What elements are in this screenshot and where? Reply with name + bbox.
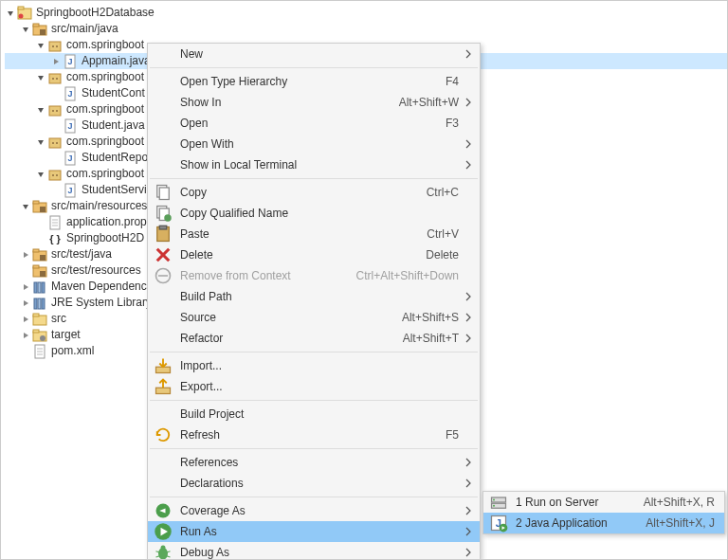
expand-arrow-closed-icon[interactable] bbox=[20, 281, 31, 293]
menu-item-label: Copy bbox=[180, 186, 427, 199]
svg-rect-45 bbox=[38, 282, 41, 293]
blank-icon bbox=[154, 453, 173, 472]
java-icon: J bbox=[63, 151, 78, 166]
delete-icon bbox=[154, 245, 173, 264]
menu-separator bbox=[150, 67, 478, 68]
submenu-arrow-icon bbox=[463, 49, 474, 59]
svg-rect-33 bbox=[40, 207, 46, 212]
menu-item-copy-qualified-name[interactable]: Copy Qualified Name bbox=[148, 203, 480, 224]
srcfolder-icon bbox=[32, 263, 47, 279]
menu-item-remove-from-context: Remove from ContextCtrl+Alt+Shift+Down bbox=[148, 265, 480, 286]
expand-arrow-open-icon[interactable] bbox=[5, 8, 16, 19]
expand-arrow-open-icon[interactable] bbox=[35, 104, 46, 116]
submenu-item-label: 1 Run on Server bbox=[516, 496, 644, 509]
menu-item-build-project[interactable]: Build Project bbox=[148, 404, 480, 425]
menu-item-new[interactable]: New bbox=[148, 44, 480, 64]
menu-item-import[interactable]: Import... bbox=[148, 355, 480, 376]
expand-arrow-open-icon[interactable] bbox=[35, 136, 46, 148]
menu-item-open-with[interactable]: Open With bbox=[148, 134, 480, 154]
menu-item-source[interactable]: SourceAlt+Shift+S bbox=[148, 307, 480, 328]
java-app-icon: J bbox=[489, 514, 508, 533]
menu-item-label: Remove from Context bbox=[180, 269, 356, 282]
java-icon: J bbox=[63, 183, 78, 198]
blank-icon bbox=[154, 155, 173, 174]
library-icon bbox=[32, 280, 47, 295]
blank-icon bbox=[154, 474, 173, 493]
menu-item-declarations[interactable]: Declarations bbox=[148, 473, 480, 494]
menu-item-shortcut: Ctrl+C bbox=[427, 186, 459, 199]
submenu-arrow-icon bbox=[463, 160, 474, 170]
expand-arrow-closed-icon[interactable] bbox=[20, 314, 31, 325]
menu-item-label: Delete bbox=[180, 248, 426, 262]
svg-point-28 bbox=[56, 174, 58, 176]
menu-item-references[interactable]: References bbox=[148, 452, 480, 473]
svg-text:J: J bbox=[67, 121, 72, 131]
menu-item-label: Source bbox=[180, 311, 402, 324]
svg-point-2 bbox=[19, 13, 24, 18]
submenu-item-2-java-application[interactable]: J2 Java ApplicationAlt+Shift+X, J bbox=[483, 513, 724, 533]
menu-item-label: Refresh bbox=[180, 428, 446, 442]
expand-arrow-closed-icon[interactable] bbox=[20, 249, 31, 261]
expand-arrow-open-icon[interactable] bbox=[35, 40, 46, 51]
tree-item-label: pom.xml bbox=[51, 343, 94, 359]
svg-point-12 bbox=[52, 78, 54, 80]
menu-item-coverage-as[interactable]: Coverage As bbox=[148, 500, 480, 521]
package-icon bbox=[47, 102, 63, 117]
menu-item-run-as[interactable]: Run As bbox=[148, 521, 480, 542]
context-menu[interactable]: NewOpen Type HierarchyF4Show InAlt+Shift… bbox=[147, 43, 481, 560]
menu-item-label: Show In bbox=[180, 96, 399, 109]
menu-item-shortcut: F3 bbox=[446, 117, 459, 130]
library-icon bbox=[32, 296, 47, 311]
submenu-arrow-icon bbox=[463, 548, 474, 557]
menu-item-shortcut: Ctrl+Alt+Shift+Down bbox=[356, 269, 459, 282]
svg-point-17 bbox=[52, 110, 54, 112]
menu-item-refresh[interactable]: RefreshF5 bbox=[148, 425, 480, 445]
tree-item-label: src/main/resources bbox=[51, 198, 147, 214]
svg-rect-65 bbox=[159, 226, 167, 229]
menu-item-label: Debug As bbox=[180, 546, 459, 559]
tree-item-label: SpringbootH2Database bbox=[36, 5, 155, 21]
svg-rect-5 bbox=[40, 29, 46, 35]
menu-item-show-in-local-terminal[interactable]: Show in Local Terminal bbox=[148, 154, 480, 175]
expand-arrow-closed-icon[interactable] bbox=[50, 56, 62, 67]
expand-arrow-open-icon[interactable] bbox=[20, 201, 31, 212]
expand-arrow-open-icon[interactable] bbox=[20, 24, 31, 35]
expand-arrow-open-icon[interactable] bbox=[35, 169, 46, 180]
menu-item-label: Run As bbox=[180, 525, 459, 538]
menu-item-open-type-hierarchy[interactable]: Open Type HierarchyF4 bbox=[148, 71, 480, 92]
menu-item-build-path[interactable]: Build Path bbox=[148, 286, 480, 307]
svg-rect-48 bbox=[38, 298, 41, 309]
tree-item-label: com.springboot bbox=[66, 37, 144, 53]
menu-item-show-in[interactable]: Show InAlt+Shift+W bbox=[148, 92, 480, 113]
blank-icon bbox=[154, 72, 173, 91]
svg-point-27 bbox=[52, 174, 54, 176]
svg-text:J: J bbox=[67, 186, 72, 195]
svg-text:J: J bbox=[67, 89, 72, 99]
svg-point-13 bbox=[56, 78, 58, 80]
menu-item-refactor[interactable]: RefactorAlt+Shift+T bbox=[148, 328, 480, 349]
menu-item-paste[interactable]: PasteCtrl+V bbox=[148, 224, 480, 244]
svg-rect-1 bbox=[18, 7, 24, 9]
menu-item-copy[interactable]: CopyCtrl+C bbox=[148, 182, 480, 203]
expand-arrow-closed-icon[interactable] bbox=[20, 330, 31, 341]
run-as-submenu[interactable]: 1 Run on ServerAlt+Shift+X, RJ2 Java App… bbox=[482, 491, 725, 534]
tree-item[interactable]: SpringbootH2Database bbox=[5, 5, 727, 21]
folder-icon bbox=[32, 312, 47, 327]
menu-item-shortcut: Alt+Shift+S bbox=[402, 311, 459, 324]
menu-item-open[interactable]: OpenF3 bbox=[148, 113, 480, 134]
svg-rect-6 bbox=[49, 42, 61, 51]
menu-item-label: Open With bbox=[180, 137, 459, 151]
menu-item-debug-as[interactable]: Debug As bbox=[148, 542, 480, 560]
menu-item-export[interactable]: Export... bbox=[148, 376, 480, 397]
svg-rect-47 bbox=[34, 298, 37, 309]
svg-line-79 bbox=[167, 556, 171, 557]
submenu-item-1-run-on-server[interactable]: 1 Run on ServerAlt+Shift+X, R bbox=[483, 492, 724, 513]
expand-arrow-open-icon[interactable] bbox=[35, 72, 46, 83]
menu-item-delete[interactable]: DeleteDelete bbox=[148, 244, 480, 265]
blank-icon bbox=[154, 114, 173, 133]
menu-item-label: Build Path bbox=[180, 290, 459, 303]
menu-item-shortcut: F4 bbox=[446, 75, 459, 88]
copy-qual-icon bbox=[154, 204, 173, 223]
expand-arrow-closed-icon[interactable] bbox=[20, 298, 31, 309]
tree-item[interactable]: src/main/java bbox=[5, 21, 727, 37]
